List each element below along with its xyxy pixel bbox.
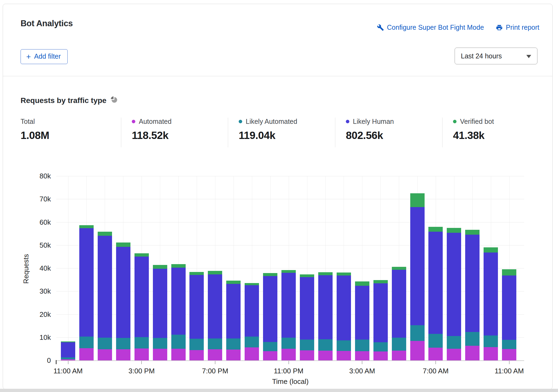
- bar-13-likely-human[interactable]: [300, 277, 314, 340]
- bar-21-automated[interactable]: [447, 349, 461, 360]
- bar-10-automated[interactable]: [245, 347, 259, 360]
- bar-18-verified-bot[interactable]: [392, 267, 406, 270]
- bar-17-likely-automated[interactable]: [373, 342, 388, 351]
- bar-18-automated[interactable]: [392, 351, 406, 360]
- bar-3-automated[interactable]: [116, 349, 130, 360]
- bar-14-verified-bot[interactable]: [318, 272, 333, 275]
- bar-22-automated[interactable]: [465, 346, 480, 360]
- bar-13-automated[interactable]: [300, 350, 314, 360]
- bar-6-likely-human[interactable]: [171, 268, 186, 335]
- bar-1-likely-human[interactable]: [79, 228, 94, 337]
- bar-9-automated[interactable]: [226, 350, 241, 360]
- bar-18-likely-human[interactable]: [392, 270, 406, 338]
- bar-13-likely-automated[interactable]: [300, 340, 314, 350]
- bar-2-automated[interactable]: [98, 349, 112, 360]
- bar-3-likely-automated[interactable]: [116, 338, 130, 349]
- bar-23-verified-bot[interactable]: [484, 247, 498, 253]
- bar-5-verified-bot[interactable]: [153, 265, 167, 269]
- bar-15-automated[interactable]: [337, 351, 351, 360]
- bar-19-likely-automated[interactable]: [410, 325, 425, 341]
- bar-11-verified-bot[interactable]: [263, 273, 277, 276]
- bar-6-verified-bot[interactable]: [171, 264, 186, 268]
- bar-8-verified-bot[interactable]: [208, 271, 222, 274]
- bar-14-likely-automated[interactable]: [318, 339, 333, 351]
- bar-2-likely-automated[interactable]: [98, 338, 112, 349]
- bar-6-automated[interactable]: [171, 349, 186, 360]
- bar-0-automated[interactable]: [61, 359, 75, 360]
- bar-14-automated[interactable]: [318, 351, 333, 360]
- bar-10-verified-bot[interactable]: [245, 283, 259, 285]
- bar-3-likely-human[interactable]: [116, 247, 130, 338]
- bar-19-verified-bot[interactable]: [410, 193, 425, 207]
- bar-0-likely-human[interactable]: [61, 342, 75, 357]
- bar-24-likely-human[interactable]: [502, 275, 516, 340]
- bar-15-likely-human[interactable]: [337, 275, 351, 340]
- bar-8-automated[interactable]: [208, 349, 222, 360]
- bar-12-automated[interactable]: [281, 349, 296, 360]
- bar-21-likely-automated[interactable]: [447, 336, 461, 348]
- bar-7-likely-automated[interactable]: [189, 339, 204, 350]
- bar-13-verified-bot[interactable]: [300, 274, 314, 277]
- bar-12-likely-automated[interactable]: [281, 338, 296, 349]
- bar-3-verified-bot[interactable]: [116, 242, 130, 247]
- bar-0-verified-bot[interactable]: [61, 341, 75, 342]
- bar-24-likely-automated[interactable]: [502, 340, 516, 349]
- bar-24-automated[interactable]: [502, 349, 516, 360]
- bar-7-verified-bot[interactable]: [189, 272, 204, 275]
- bar-10-likely-automated[interactable]: [245, 337, 259, 347]
- bar-17-automated[interactable]: [373, 351, 388, 360]
- bar-4-verified-bot[interactable]: [134, 253, 149, 257]
- bar-18-likely-automated[interactable]: [392, 338, 406, 351]
- bar-24-verified-bot[interactable]: [502, 269, 516, 275]
- bar-11-likely-automated[interactable]: [263, 342, 277, 351]
- bar-22-likely-automated[interactable]: [465, 332, 480, 346]
- bar-16-automated[interactable]: [355, 351, 369, 360]
- bar-17-verified-bot[interactable]: [373, 280, 388, 283]
- bar-5-automated[interactable]: [153, 349, 167, 360]
- bar-22-likely-human[interactable]: [465, 235, 480, 332]
- bar-12-verified-bot[interactable]: [281, 270, 296, 273]
- bar-21-verified-bot[interactable]: [447, 228, 461, 233]
- bar-23-likely-automated[interactable]: [484, 335, 498, 347]
- bar-17-likely-human[interactable]: [373, 283, 388, 342]
- bar-11-likely-human[interactable]: [263, 276, 277, 342]
- bar-16-likely-automated[interactable]: [355, 340, 369, 351]
- bar-4-likely-human[interactable]: [134, 257, 149, 337]
- bar-14-likely-human[interactable]: [318, 275, 333, 339]
- bar-7-automated[interactable]: [189, 350, 204, 360]
- bar-9-verified-bot[interactable]: [226, 281, 241, 284]
- bar-20-automated[interactable]: [428, 348, 443, 360]
- bar-19-likely-human[interactable]: [410, 207, 425, 325]
- bar-7-likely-human[interactable]: [189, 275, 204, 339]
- bar-20-likely-human[interactable]: [428, 232, 443, 334]
- bar-16-verified-bot[interactable]: [355, 281, 369, 285]
- bar-20-verified-bot[interactable]: [428, 227, 443, 231]
- bar-10-likely-human[interactable]: [245, 285, 259, 337]
- bar-12-likely-human[interactable]: [281, 273, 296, 338]
- bar-5-likely-human[interactable]: [153, 269, 167, 338]
- bar-16-likely-human[interactable]: [355, 286, 369, 340]
- bar-2-verified-bot[interactable]: [98, 232, 112, 235]
- bar-8-likely-human[interactable]: [208, 274, 222, 338]
- bar-9-likely-human[interactable]: [226, 284, 241, 338]
- bar-20-likely-automated[interactable]: [428, 334, 443, 348]
- bar-11-automated[interactable]: [263, 351, 277, 360]
- bar-9-likely-automated[interactable]: [226, 338, 241, 350]
- bar-1-verified-bot[interactable]: [79, 225, 94, 228]
- bar-15-likely-automated[interactable]: [337, 340, 351, 351]
- bar-8-likely-automated[interactable]: [208, 338, 222, 349]
- bar-2-likely-human[interactable]: [98, 236, 112, 338]
- bar-23-likely-human[interactable]: [484, 253, 498, 335]
- bar-0-likely-automated[interactable]: [61, 357, 75, 359]
- bar-4-likely-automated[interactable]: [134, 337, 149, 348]
- bar-5-likely-automated[interactable]: [153, 338, 167, 348]
- bar-1-automated[interactable]: [79, 348, 94, 360]
- bar-23-automated[interactable]: [484, 347, 498, 360]
- bar-21-likely-human[interactable]: [447, 233, 461, 336]
- bar-4-automated[interactable]: [134, 348, 149, 360]
- bar-15-verified-bot[interactable]: [337, 273, 351, 275]
- bar-19-automated[interactable]: [410, 341, 425, 360]
- bar-22-verified-bot[interactable]: [465, 230, 480, 234]
- bar-6-likely-automated[interactable]: [171, 335, 186, 348]
- bar-1-likely-automated[interactable]: [79, 337, 94, 348]
